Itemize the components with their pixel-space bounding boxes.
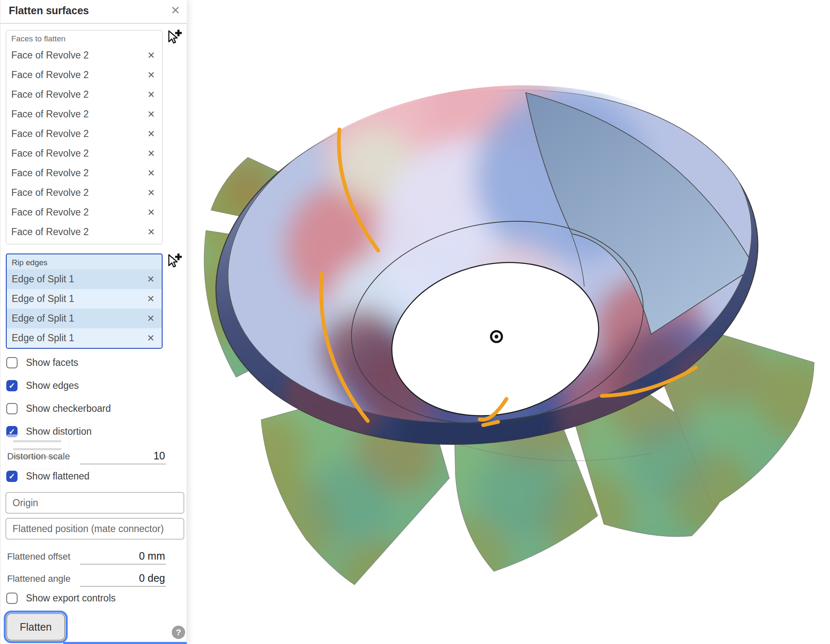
close-icon[interactable]: ✕ bbox=[171, 5, 180, 16]
remove-face-icon[interactable]: ✕ bbox=[148, 90, 155, 99]
remove-edge-icon[interactable]: ✕ bbox=[147, 275, 155, 284]
face-list-item[interactable]: Face of Revolve 2✕ bbox=[6, 203, 162, 222]
origin-selector[interactable]: Origin bbox=[5, 492, 184, 514]
face-item-label: Face of Revolve 2 bbox=[11, 167, 89, 179]
show-flattened-checkbox[interactable]: ✓ bbox=[6, 471, 18, 482]
show-edges-label: Show edges bbox=[26, 380, 79, 391]
show-flattened-toggle[interactable]: ✓ Show flattened bbox=[6, 469, 89, 483]
remove-face-icon[interactable]: ✕ bbox=[148, 228, 155, 237]
face-list-item[interactable]: Face of Revolve 2✕ bbox=[6, 163, 162, 183]
face-list-item[interactable]: Face of Revolve 2✕ bbox=[6, 124, 162, 144]
face-item-label: Face of Revolve 2 bbox=[11, 89, 89, 100]
flattened-angle-label: Flattened angle bbox=[7, 573, 71, 584]
show-export-checkbox[interactable]: ✓ bbox=[6, 593, 18, 604]
remove-edge-icon[interactable]: ✕ bbox=[147, 334, 155, 343]
faces-list-label: Faces to flatten bbox=[6, 30, 162, 46]
flattened-offset-label: Flattened offset bbox=[7, 551, 70, 562]
flattened-offset-input[interactable]: 0 mm bbox=[80, 550, 166, 565]
show-facets-checkbox[interactable]: ✓ bbox=[6, 357, 18, 368]
face-item-label: Face of Revolve 2 bbox=[11, 187, 89, 198]
rip-edge-item-label: Edge of Split 1 bbox=[12, 293, 74, 304]
face-item-label: Face of Revolve 2 bbox=[11, 50, 89, 61]
rip-edge-item[interactable]: Edge of Split 1✕ bbox=[7, 328, 162, 348]
distortion-scale-input[interactable]: 10 bbox=[80, 450, 166, 464]
help-icon[interactable]: ? bbox=[172, 626, 185, 639]
faces-to-flatten-list[interactable]: Faces to flatten Face of Revolve 2✕ Face… bbox=[6, 30, 163, 244]
distortion-scale-row: Distortion scale 10 bbox=[7, 446, 166, 464]
show-facets-label: Show facets bbox=[26, 357, 78, 368]
show-checkerboard-toggle[interactable]: ✓ Show checkerboard bbox=[6, 401, 111, 416]
remove-face-icon[interactable]: ✕ bbox=[148, 71, 155, 80]
remove-face-icon[interactable]: ✕ bbox=[148, 149, 155, 158]
distortion-scale-label: Distortion scale bbox=[7, 451, 70, 462]
flattened-offset-row: Flattened offset 0 mm bbox=[7, 546, 166, 565]
flattened-position-selector[interactable]: Flattened position (mate connector) bbox=[5, 518, 184, 540]
flatten-surfaces-dialog: Flatten surfaces ✕ Faces to flatten Face… bbox=[0, 0, 186, 644]
check-icon: ✓ bbox=[9, 472, 15, 480]
flatten-button[interactable]: Flatten bbox=[6, 613, 65, 641]
face-list-item[interactable]: Face of Revolve 2✕ bbox=[6, 183, 162, 203]
face-item-label: Face of Revolve 2 bbox=[11, 148, 89, 159]
dialog-bottom-accent bbox=[63, 642, 187, 644]
rip-edge-item-label: Edge of Split 1 bbox=[12, 313, 74, 324]
remove-face-icon[interactable]: ✕ bbox=[148, 169, 155, 178]
face-list-item[interactable]: Face of Revolve 2✕ bbox=[6, 144, 162, 163]
face-item-label: Face of Revolve 2 bbox=[11, 207, 89, 218]
add-selection-cursor-icon bbox=[165, 251, 185, 271]
dialog-header: Flatten surfaces ✕ bbox=[0, 0, 187, 24]
remove-edge-icon[interactable]: ✕ bbox=[147, 314, 155, 323]
face-list-item[interactable]: Face of Revolve 2✕ bbox=[6, 85, 162, 104]
face-list-item[interactable]: Face of Revolve 2✕ bbox=[6, 104, 162, 124]
remove-face-icon[interactable]: ✕ bbox=[148, 51, 155, 60]
remove-face-icon[interactable]: ✕ bbox=[148, 129, 155, 139]
face-item-label: Face of Revolve 2 bbox=[11, 226, 89, 238]
app-window: Flatten surfaces ✕ Faces to flatten Face… bbox=[0, 0, 830, 644]
remove-face-icon[interactable]: ✕ bbox=[148, 188, 155, 198]
show-flattened-label: Show flattened bbox=[26, 471, 89, 482]
flattened-angle-input[interactable]: 0 deg bbox=[80, 572, 166, 587]
rip-edge-item[interactable]: Edge of Split 1✕ bbox=[7, 309, 162, 328]
face-list-item[interactable]: Face of Revolve 2✕ bbox=[6, 46, 162, 65]
origin-placeholder: Origin bbox=[13, 497, 38, 509]
remove-edge-icon[interactable]: ✕ bbox=[147, 294, 155, 304]
face-item-label: Face of Revolve 2 bbox=[11, 109, 89, 120]
add-selection-cursor-icon bbox=[165, 28, 185, 48]
face-item-label: Face of Revolve 2 bbox=[11, 69, 89, 81]
face-item-label: Face of Revolve 2 bbox=[11, 128, 89, 139]
show-export-label: Show export controls bbox=[26, 593, 116, 604]
flattened-angle-row: Flattened angle 0 deg bbox=[7, 568, 166, 587]
show-checkerboard-label: Show checkerboard bbox=[26, 403, 111, 414]
rip-edge-item-label: Edge of Split 1 bbox=[12, 274, 74, 285]
rip-edges-label: Rip edges bbox=[7, 254, 162, 269]
face-list-item[interactable]: Face of Revolve 2✕ bbox=[6, 222, 162, 242]
check-icon: ✓ bbox=[9, 382, 15, 390]
show-edges-checkbox[interactable]: ✓ bbox=[6, 380, 18, 391]
show-facets-toggle[interactable]: ✓ Show facets bbox=[6, 355, 78, 370]
rip-edge-item[interactable]: Edge of Split 1✕ bbox=[7, 289, 162, 309]
show-edges-toggle[interactable]: ✓ Show edges bbox=[6, 378, 79, 393]
remove-face-icon[interactable]: ✕ bbox=[148, 110, 155, 119]
rip-edge-item[interactable]: Edge of Split 1✕ bbox=[7, 269, 162, 289]
dialog-title: Flatten surfaces bbox=[9, 5, 89, 17]
rip-edge-item-label: Edge of Split 1 bbox=[12, 332, 74, 344]
show-checkerboard-checkbox[interactable]: ✓ bbox=[6, 403, 18, 414]
flattened-position-placeholder: Flattened position (mate connector) bbox=[13, 523, 164, 535]
remove-face-icon[interactable]: ✕ bbox=[148, 208, 155, 217]
show-export-toggle[interactable]: ✓ Show export controls bbox=[6, 591, 116, 605]
rip-edges-list[interactable]: Rip edges Edge of Split 1✕ Edge of Split… bbox=[6, 254, 163, 349]
face-list-item[interactable]: Face of Revolve 2✕ bbox=[6, 65, 162, 85]
